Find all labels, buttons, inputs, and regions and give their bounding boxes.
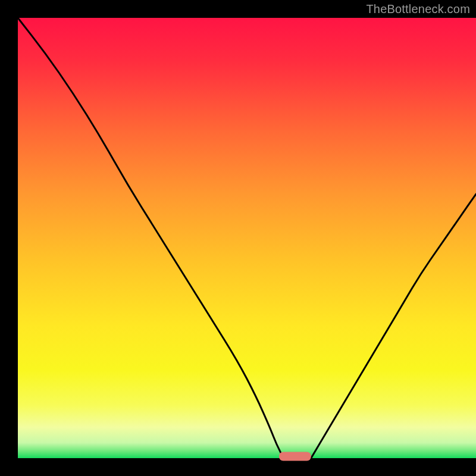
valley-marker bbox=[279, 452, 311, 461]
plot-background bbox=[18, 18, 476, 458]
watermark-text: TheBottleneck.com bbox=[366, 2, 470, 16]
bottleneck-chart bbox=[0, 0, 476, 476]
chart-container: TheBottleneck.com bbox=[0, 0, 476, 476]
